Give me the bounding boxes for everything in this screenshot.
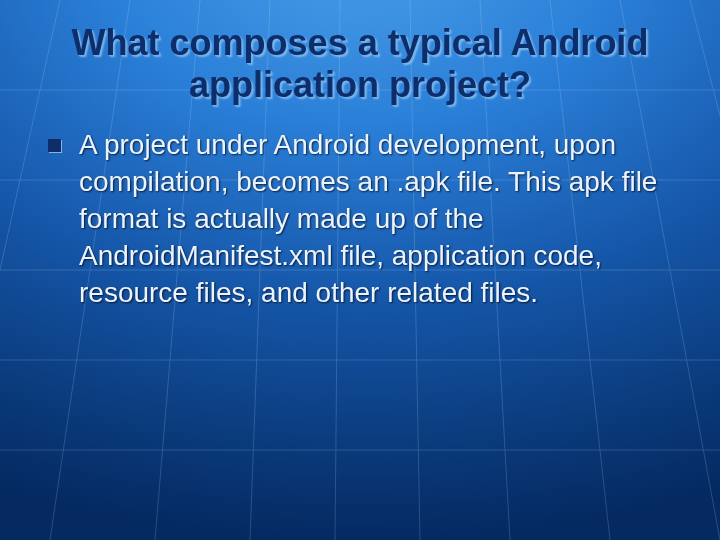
list-item: A project under Android development, upo… bbox=[48, 127, 678, 312]
bullet-icon bbox=[48, 139, 61, 152]
slide-title: What composes a typical Android applicat… bbox=[42, 22, 678, 107]
slide-body: A project under Android development, upo… bbox=[48, 127, 678, 312]
slide: What composes a typical Android applicat… bbox=[0, 0, 720, 540]
slide-content: What composes a typical Android applicat… bbox=[0, 0, 720, 312]
bullet-text: A project under Android development, upo… bbox=[79, 127, 669, 312]
